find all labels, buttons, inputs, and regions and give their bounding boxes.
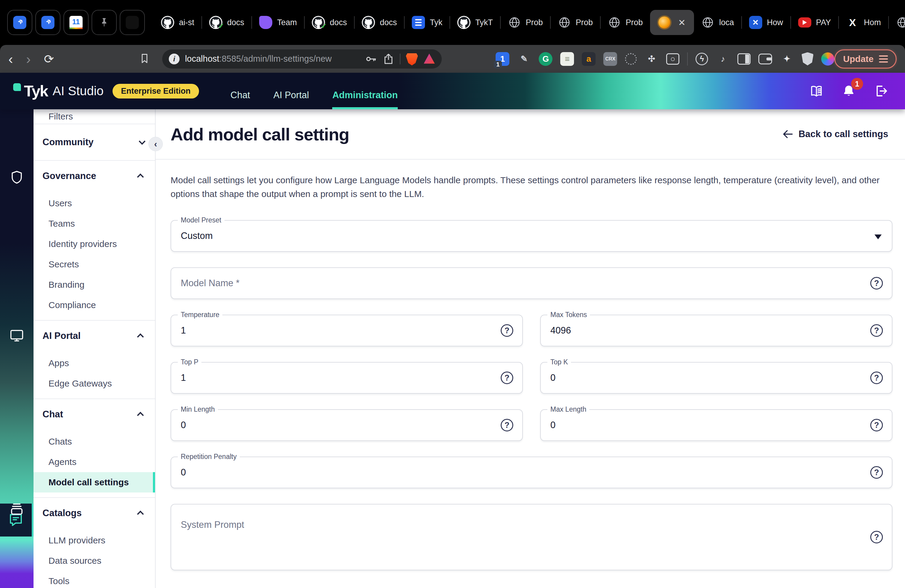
sidebar-item-data-sources[interactable]: Data sources: [33, 551, 155, 571]
browser-tab[interactable]: loca: [694, 10, 741, 35]
ai-portal-monitor-icon[interactable]: [9, 327, 25, 343]
browser-tab[interactable]: ✓docs: [305, 10, 354, 35]
sidebar-item-tools[interactable]: Tools: [33, 571, 155, 588]
flower-ext[interactable]: ✣: [645, 52, 658, 66]
field-min-length[interactable]: Min Length0?: [171, 409, 523, 441]
grammarly-ext[interactable]: G: [539, 52, 553, 66]
music-ext[interactable]: ♪: [716, 52, 730, 66]
address-bar[interactable]: i localhost:8585/admin/llm-settings/new: [162, 49, 442, 68]
pinned-tab[interactable]: 11: [64, 10, 89, 35]
brave-shields-icon[interactable]: [406, 52, 418, 65]
nav-administration[interactable]: Administration: [332, 90, 398, 109]
notes-ext[interactable]: ≡: [560, 52, 574, 66]
sidebar-item-chats[interactable]: Chats: [33, 431, 155, 452]
field-temperature[interactable]: Temperature1?: [171, 315, 523, 346]
help-icon[interactable]: ?: [501, 419, 513, 431]
field-max-length[interactable]: Max Length0?: [540, 409, 892, 441]
search-box-ext[interactable]: ○: [666, 53, 680, 65]
active-browser-tab[interactable]: ✕: [650, 10, 694, 35]
profile-ext[interactable]: [821, 52, 834, 65]
update-button[interactable]: Update: [834, 49, 897, 68]
notifications-bell-icon[interactable]: 1: [841, 84, 856, 98]
browser-tab[interactable]: PAY: [791, 10, 838, 35]
docs-book-icon[interactable]: [809, 84, 824, 98]
pinned-tab[interactable]: [120, 10, 145, 35]
password-key-icon[interactable]: [365, 53, 377, 65]
site-info-icon[interactable]: i: [169, 54, 179, 64]
sidebar-section-community[interactable]: Community: [33, 124, 155, 160]
browser-tab[interactable]: TykT: [450, 10, 500, 35]
sidebar-section-governance[interactable]: Governance: [33, 161, 155, 191]
browser-tab[interactable]: Team: [252, 10, 304, 35]
forward-button[interactable]: ›: [26, 52, 30, 66]
browser-tab[interactable]: docs: [355, 10, 404, 35]
sidebar-item-users[interactable]: Users: [33, 193, 155, 213]
amazon-ext[interactable]: a: [582, 52, 595, 66]
reload-button[interactable]: ⟳: [44, 53, 54, 65]
catalogs-stack-icon[interactable]: [9, 501, 25, 517]
help-icon[interactable]: ?: [870, 419, 883, 431]
share-icon[interactable]: [383, 52, 394, 65]
help-icon[interactable]: ?: [501, 372, 513, 384]
pinned-tab[interactable]: [92, 10, 117, 35]
help-icon[interactable]: ?: [870, 277, 883, 289]
sparkle-ext[interactable]: ✦: [780, 52, 794, 66]
help-icon[interactable]: ?: [501, 324, 513, 337]
help-icon[interactable]: ?: [870, 324, 883, 337]
pinned-tab[interactable]: ››: [7, 10, 32, 35]
field-system-prompt[interactable]: System Prompt?: [171, 504, 892, 571]
browser-tab[interactable]: Prob: [551, 10, 600, 35]
sidebar-item-filters[interactable]: Filters: [33, 109, 155, 124]
field-max-tokens[interactable]: Max Tokens4096?: [540, 315, 892, 346]
password-manager-ext[interactable]: 11: [495, 52, 510, 66]
sidebar-item-compliance[interactable]: Compliance: [33, 295, 155, 315]
tyk-logo[interactable]: Tyk AI Studio Enterprise Edition: [13, 82, 199, 100]
sidebar-item-model-call-settings[interactable]: Model call settings: [33, 472, 155, 493]
close-tab-icon[interactable]: ✕: [678, 17, 686, 28]
sidebar-item-agents[interactable]: Agents: [33, 452, 155, 472]
field-model-name[interactable]: Model Name *?: [171, 267, 892, 299]
field-repetition-penalty[interactable]: Repetition Penalty0?: [171, 456, 892, 488]
dotted-circle-ext[interactable]: [625, 53, 637, 65]
eyedropper-ext[interactable]: ✎: [517, 52, 531, 66]
browser-tab[interactable]: XHom: [839, 10, 888, 35]
pinned-tab[interactable]: ››: [35, 10, 60, 35]
sidebar-item-llm-providers[interactable]: LLM providers: [33, 530, 155, 551]
sidebar-item-edge-gateways[interactable]: Edge Gateways: [33, 373, 155, 394]
sidebar-section-ai-portal[interactable]: AI Portal: [33, 321, 155, 351]
brave-rewards-icon[interactable]: [423, 53, 435, 65]
back-button[interactable]: ‹: [8, 52, 13, 66]
bookmark-icon[interactable]: [139, 52, 150, 66]
browser-tab[interactable]: ✓docs: [202, 10, 251, 35]
field-top-p[interactable]: Top P1?: [171, 362, 523, 394]
nav-ai-portal[interactable]: AI Portal: [273, 90, 309, 109]
crx-ext[interactable]: CRX: [603, 52, 617, 66]
browser-tab[interactable]: ai-st: [154, 10, 202, 35]
field-model-preset[interactable]: Model PresetCustom: [171, 220, 892, 252]
nav-chat[interactable]: Chat: [230, 90, 250, 109]
sidebar-item-apps[interactable]: Apps: [33, 353, 155, 373]
sidebar-section-chat[interactable]: Chat: [33, 399, 155, 430]
sidebar-item-secrets[interactable]: Secrets: [33, 254, 155, 275]
menu-icon[interactable]: [879, 58, 888, 60]
side-panel-ext[interactable]: [737, 53, 751, 65]
back-to-call-settings-link[interactable]: Back to call settings: [782, 128, 888, 140]
sidebar-item-branding[interactable]: Branding: [33, 275, 155, 295]
wallet-ext[interactable]: [758, 54, 772, 64]
speed-ext[interactable]: ϟ: [695, 53, 708, 65]
browser-tab[interactable]: Tyk: [405, 10, 449, 35]
shield-ext[interactable]: [802, 52, 813, 65]
browser-tab[interactable]: loca: [889, 10, 905, 35]
browser-tab[interactable]: Prob: [601, 10, 650, 35]
sidebar-item-identity-providers[interactable]: Identity providers: [33, 234, 155, 254]
url-text[interactable]: localhost:8585/admin/llm-settings/new: [185, 54, 359, 64]
field-top-k[interactable]: Top K0?: [540, 362, 892, 394]
help-icon[interactable]: ?: [870, 466, 883, 479]
sidebar-item-teams[interactable]: Teams: [33, 213, 155, 234]
help-icon[interactable]: ?: [870, 372, 883, 384]
sidebar-collapse-button[interactable]: ‹: [148, 137, 163, 151]
browser-tab[interactable]: Prob: [501, 10, 550, 35]
help-icon[interactable]: ?: [870, 531, 883, 544]
logout-icon[interactable]: [874, 84, 888, 98]
sidebar-section-catalogs[interactable]: Catalogs: [33, 498, 155, 528]
